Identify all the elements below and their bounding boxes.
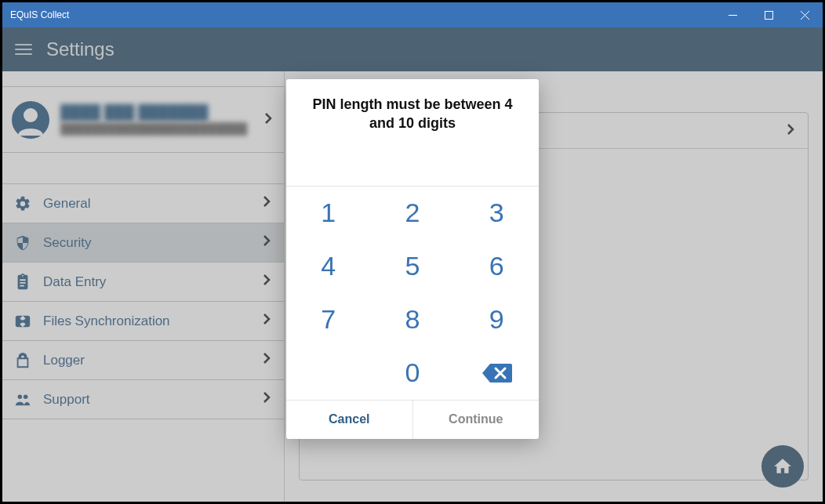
pin-keypad: 1 2 3 4 5 6 7 8 9 0: [286, 187, 539, 400]
dialog-actions: Cancel Continue: [286, 400, 539, 439]
backspace-icon: [481, 362, 512, 384]
continue-button[interactable]: Continue: [413, 401, 540, 439]
keypad-9[interactable]: 9: [455, 293, 539, 346]
minimize-button[interactable]: [714, 2, 750, 27]
dialog-message: PIN length must be between 4 and 10 digi…: [286, 79, 539, 141]
keypad-0[interactable]: 0: [370, 346, 454, 400]
cancel-button[interactable]: Cancel: [286, 401, 413, 439]
svg-rect-1: [765, 11, 772, 19]
window-controls: [714, 2, 823, 27]
keypad-3[interactable]: 3: [455, 187, 539, 240]
keypad-7[interactable]: 7: [286, 293, 370, 346]
window-title: EQuIS Collect: [10, 9, 714, 20]
keypad-5[interactable]: 5: [370, 240, 454, 293]
keypad-6[interactable]: 6: [455, 240, 539, 293]
window-titlebar: EQuIS Collect: [2, 2, 823, 27]
maximize-button[interactable]: [750, 2, 787, 27]
keypad-backspace[interactable]: [455, 346, 539, 400]
keypad-empty: [286, 346, 370, 400]
app-window: EQuIS Collect Settings: [2, 2, 823, 502]
keypad-1[interactable]: 1: [286, 187, 370, 240]
close-button[interactable]: [787, 2, 823, 27]
keypad-4[interactable]: 4: [286, 240, 370, 293]
pin-display: [286, 141, 539, 187]
keypad-8[interactable]: 8: [370, 293, 454, 346]
keypad-2[interactable]: 2: [370, 187, 454, 240]
pin-dialog: PIN length must be between 4 and 10 digi…: [286, 79, 539, 439]
